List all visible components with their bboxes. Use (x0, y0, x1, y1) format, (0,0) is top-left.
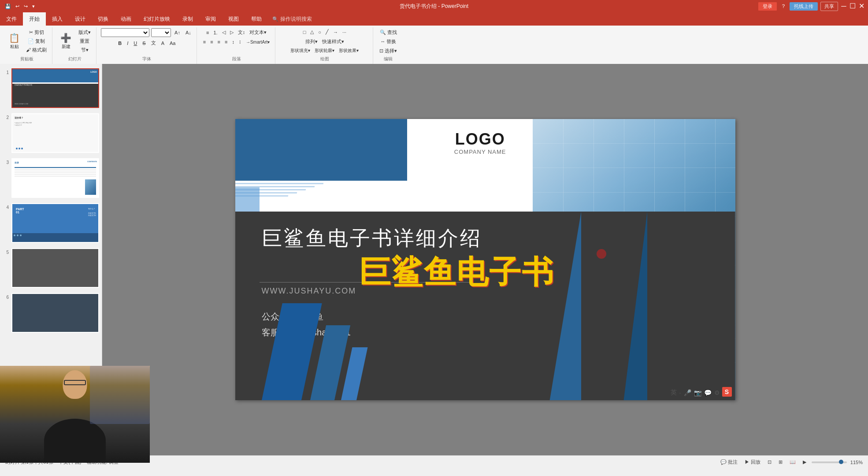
paste-button[interactable]: 📋 粘贴 (5, 31, 23, 52)
slide-url[interactable]: WWW.JUSHAYU.COM (262, 286, 356, 296)
spacing-button[interactable]: 文 (149, 39, 158, 47)
strikethrough-button[interactable]: S (141, 40, 147, 47)
save-button[interactable]: 💾 (4, 3, 12, 10)
font-family-select[interactable] (101, 28, 149, 37)
replace-button[interactable]: ↔ 替换 (378, 37, 399, 46)
tab-file[interactable]: 文件 (0, 12, 23, 26)
slide-preview-2[interactable]: 适合谁？ • 内容文字 1, PPT, PNG, PDF • 内容文字 2 (11, 113, 99, 153)
layout-button[interactable]: 版式▾ (77, 28, 93, 37)
numbering-button[interactable]: 1. (211, 29, 219, 36)
italic-button[interactable]: I (125, 40, 130, 47)
slide-preview-1[interactable]: LOGO 巨鲨鱼电子书详细介绍 WWW.JUSHAYU.COM (11, 68, 99, 108)
shape-outline-button[interactable]: 形状轮廓▾ (313, 47, 336, 55)
canvas-area[interactable]: LOGO COMPANY NAME 巨鲨鱼电子书详细介绍 WWW.JUSHAYU… (102, 64, 868, 455)
decrease-font-button[interactable]: A↓ (184, 29, 193, 36)
slide-thumb-3[interactable]: 3 目录 CONTENTS (2, 157, 100, 199)
slide-canvas[interactable]: LOGO COMPANY NAME 巨鲨鱼电子书详细介绍 WWW.JUSHAYU… (235, 119, 735, 400)
underline-button[interactable]: U (132, 40, 139, 47)
rectangle-tool[interactable]: □ (301, 29, 308, 36)
more-shapes[interactable]: ··· (341, 29, 348, 36)
align-text[interactable]: 对文本▾ (248, 28, 268, 37)
slide-thumb-5[interactable]: 5 (2, 247, 100, 289)
microphone-icon[interactable]: 🎤 (684, 389, 691, 396)
new-slide-button[interactable]: ➕ 新建 (57, 31, 75, 52)
bullet-icon[interactable]: · (679, 389, 681, 396)
font-size-select[interactable] (151, 28, 171, 37)
tab-review[interactable]: 审阅 (199, 12, 222, 26)
close-button[interactable]: ✕ (858, 3, 864, 9)
justify[interactable]: ≡ (223, 38, 229, 45)
bullets-button[interactable]: ≡ (204, 29, 211, 36)
shape-fill-button[interactable]: 形状填充▾ (289, 47, 312, 55)
reset-button[interactable]: 重置 (77, 37, 93, 45)
clear-format-button[interactable]: Aa (168, 40, 177, 47)
slide-preview-4[interactable]: PART01 有什么？内容文字1内容文字2 (11, 203, 99, 243)
decrease-indent[interactable]: ◁ (220, 29, 227, 36)
line-tool[interactable]: ╱ (324, 28, 330, 36)
tab-help[interactable]: 帮助 (245, 12, 268, 26)
align-right[interactable]: ≡ (216, 38, 222, 45)
bold-button[interactable]: B (116, 40, 123, 47)
reading-view-btn[interactable]: 📖 (788, 458, 798, 466)
columns-button[interactable]: ⫶ (237, 38, 243, 45)
login-button[interactable]: 登录 (758, 2, 777, 11)
clipboard-group: 📋 粘贴 ✂ 剪切 📄 复制 🖌 格式刷 剪贴板 (2, 27, 52, 64)
increase-font-button[interactable]: A↑ (173, 29, 182, 36)
quick-styles-button[interactable]: 快速样式▾ (320, 37, 346, 46)
triangle-tool[interactable]: △ (308, 28, 315, 36)
maximize-button[interactable]: ☐ (849, 3, 856, 9)
slide-thumb-6[interactable]: 6 (2, 292, 100, 334)
find-button[interactable]: 🔍 查找 (378, 28, 399, 37)
tab-animations[interactable]: 动画 (115, 12, 137, 26)
arrow-tool[interactable]: → (331, 29, 340, 36)
line-spacing[interactable]: ↕ (230, 38, 236, 45)
tab-design[interactable]: 设计 (69, 12, 92, 26)
increase-indent[interactable]: ▷ (228, 29, 235, 36)
tab-transitions[interactable]: 切换 (92, 12, 115, 26)
english-icon[interactable]: 英 (671, 389, 677, 397)
tab-view[interactable]: 视图 (222, 12, 245, 26)
slide-sorter-btn[interactable]: ⊞ (777, 458, 784, 466)
upload-button[interactable]: 托线上传 (790, 2, 818, 11)
tab-slideshow[interactable]: 幻灯片放映 (137, 12, 176, 26)
smartart-button[interactable]: →SmartArt▾ (244, 39, 271, 45)
text-direction[interactable]: 文↕ (236, 28, 247, 37)
slide-thumb-4[interactable]: 4 PART01 有什么？内容文字1内容文字2 (2, 202, 100, 244)
zoom-slider[interactable] (812, 461, 847, 463)
comment-btn[interactable]: 💬 批注 (719, 458, 739, 466)
tab-insert[interactable]: 插入 (46, 12, 69, 26)
normal-view-btn[interactable]: ⊡ (766, 458, 773, 466)
redo-button[interactable]: ↪ (22, 3, 29, 10)
slide-preview-3[interactable]: 目录 CONTENTS (11, 158, 99, 198)
slide-main-title[interactable]: 巨鲨鱼电子书详细介绍 (262, 225, 482, 252)
slideshow-btn[interactable]: ▶ (801, 458, 808, 466)
arrange-button[interactable]: 排列▾ (304, 37, 319, 46)
select-button[interactable]: ⊡ 选择▾ (378, 47, 399, 55)
minimize-button[interactable]: ─ (841, 3, 847, 9)
share-button[interactable]: 共享 (820, 2, 838, 11)
copy-button[interactable]: 📄 复制 (24, 37, 48, 45)
format-painter-button[interactable]: 🖌 格式刷 (24, 46, 48, 54)
comment-icon[interactable]: 💬 (704, 389, 712, 396)
quick-access-more[interactable]: ▾ (31, 3, 36, 10)
slide-preview-5[interactable] (11, 248, 99, 288)
settings-icon[interactable]: ⚙ (714, 389, 720, 396)
tab-home[interactable]: 开始 (23, 12, 46, 26)
help-icon[interactable]: ？ (780, 2, 787, 11)
slide-thumb-1[interactable]: 1 LOGO 巨鲨鱼电子书详细介绍 WWW.JUSHAYU.COM (2, 67, 100, 109)
undo-button[interactable]: ↩ (14, 3, 21, 10)
person-background (90, 366, 150, 424)
playback-btn[interactable]: ▶ 回放 (743, 458, 762, 466)
screen-icon[interactable]: 📷 (694, 389, 701, 396)
align-left[interactable]: ≡ (201, 38, 208, 45)
cut-button[interactable]: ✂ 剪切 (24, 28, 48, 37)
section-button[interactable]: 节▾ (77, 46, 93, 54)
circle-tool[interactable]: ○ (316, 29, 323, 36)
shape-effect-button[interactable]: 形状效果▾ (337, 47, 360, 55)
tab-record[interactable]: 录制 (176, 12, 199, 26)
slide-preview-6[interactable] (11, 293, 99, 333)
font-color-button[interactable]: A (160, 40, 166, 47)
slide-thumb-2[interactable]: 2 适合谁？ • 内容文字 1, PPT, PNG, PDF • 内容文字 2 (2, 112, 100, 154)
search-bar[interactable]: 操作说明搜索 (280, 15, 312, 23)
align-center[interactable]: ≡ (208, 38, 215, 45)
